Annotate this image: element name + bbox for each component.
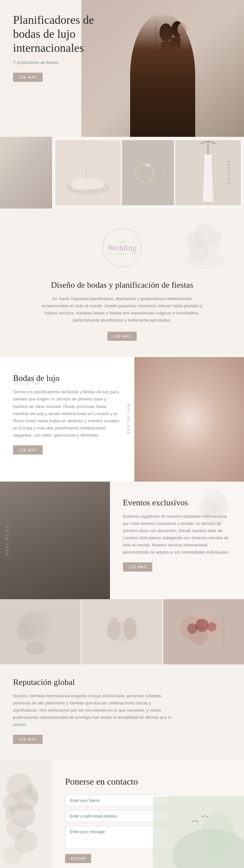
svg-rect-28 bbox=[134, 357, 244, 481]
svg-rect-5 bbox=[161, 42, 172, 81]
svg-point-56 bbox=[28, 621, 49, 642]
hero-image bbox=[81, 0, 244, 137]
svg-marker-1 bbox=[153, 16, 160, 65]
svg-point-47 bbox=[54, 537, 63, 557]
svg-point-10 bbox=[6, 163, 20, 176]
what-cta-button[interactable]: Lee más bbox=[123, 562, 152, 571]
contact-title: Ponerse en contacto bbox=[65, 776, 231, 787]
svg-point-68 bbox=[187, 623, 198, 634]
contact-section: Ponerse en contacto Enviar bbox=[0, 760, 244, 868]
svg-point-46 bbox=[45, 518, 58, 530]
contact-flowers-illustration bbox=[0, 760, 52, 868]
hero-text-block: Planificadores de bodas de lujo internac… bbox=[13, 13, 104, 82]
svg-point-27 bbox=[185, 252, 224, 269]
gallery-item-3 bbox=[163, 599, 244, 664]
our-gallery-label: OUR GALLERY bbox=[221, 615, 225, 649]
contact-message-input[interactable] bbox=[65, 826, 169, 849]
hero-couple-illustration bbox=[81, 0, 244, 137]
svg-point-38 bbox=[144, 420, 162, 438]
contact-name-input[interactable] bbox=[65, 795, 169, 806]
svg-point-37 bbox=[214, 402, 235, 423]
about-strip-section: ABOUT US bbox=[0, 137, 244, 209]
svg-rect-16 bbox=[122, 140, 174, 205]
svg-point-69 bbox=[207, 622, 216, 631]
contact-submit-button[interactable]: Enviar bbox=[65, 854, 91, 863]
what-right-content: Eventos exclusivos Estamos orgullosos de… bbox=[110, 482, 244, 599]
hero-subtitle: Y productores de fiestas bbox=[13, 60, 104, 65]
svg-rect-0 bbox=[81, 0, 244, 137]
svg-point-33 bbox=[205, 377, 225, 397]
about-rings-image bbox=[122, 140, 174, 205]
what-we-do-section: WHAT WE DO Eventos exclusivos Estamos or… bbox=[0, 482, 244, 599]
svg-point-76 bbox=[3, 845, 23, 864]
hero-title: Planificadores de bodas de lujo internac… bbox=[13, 13, 104, 55]
wedding-section-text: En Sarah Haywood planificamos, diseñamos… bbox=[41, 295, 203, 324]
svg-point-39 bbox=[160, 383, 173, 397]
svg-rect-43 bbox=[0, 482, 110, 599]
luxury-text-content: Bodas de lujo Somos los planificadores d… bbox=[13, 373, 121, 455]
contact-form: Enviar bbox=[65, 795, 169, 863]
luxury-content-left: Inc Bodas de lujo Somos los planificador… bbox=[0, 357, 134, 481]
svg-rect-6 bbox=[171, 37, 180, 80]
gallery-item-1 bbox=[0, 599, 81, 664]
gallery-cta-button[interactable]: Lee más bbox=[13, 735, 43, 744]
hero-cta-button[interactable]: Lee más bbox=[13, 73, 43, 82]
svg-point-35 bbox=[193, 410, 218, 435]
svg-point-30 bbox=[173, 371, 198, 396]
flowers-illustration-left bbox=[0, 137, 52, 209]
wedding-cta-button[interactable]: Lee más bbox=[107, 332, 137, 341]
svg-point-51 bbox=[205, 508, 224, 527]
gallery-title: Reputación global bbox=[13, 677, 231, 687]
svg-rect-44 bbox=[39, 508, 71, 573]
gallery-text: Nuestra clientela internacional exigente… bbox=[13, 692, 176, 728]
hero-section: Planificadores de bodas de lujo internac… bbox=[0, 0, 244, 137]
wedding-celebration-text: CELEBRATION bbox=[106, 252, 138, 255]
contact-email-input[interactable] bbox=[65, 810, 169, 822]
svg-point-40 bbox=[180, 378, 191, 389]
luxury-cta-button[interactable]: Lee más bbox=[13, 445, 43, 455]
about-images-group bbox=[52, 137, 244, 209]
luxury-roses-illustration bbox=[134, 357, 244, 481]
luxury-flowers-image bbox=[134, 357, 244, 481]
about-dress-image bbox=[175, 140, 241, 205]
svg-point-67 bbox=[196, 619, 209, 632]
about-us-label: ABOUT US bbox=[227, 161, 230, 185]
gallery-bouquet-1 bbox=[0, 599, 81, 664]
gallery-grid bbox=[0, 599, 244, 664]
about-shoes-image bbox=[55, 140, 121, 205]
svg-point-31 bbox=[185, 386, 212, 413]
svg-point-12 bbox=[10, 176, 42, 202]
svg-point-60 bbox=[107, 617, 120, 640]
flowers-decor-right bbox=[189, 485, 241, 537]
svg-point-19 bbox=[145, 163, 151, 166]
svg-point-7 bbox=[178, 23, 187, 36]
svg-point-32 bbox=[148, 398, 171, 421]
gallery-hands-image bbox=[82, 599, 162, 664]
luxury-text: Somos los planificadores de bodas y fies… bbox=[13, 389, 121, 439]
contact-flowers-left bbox=[0, 760, 52, 868]
svg-point-29 bbox=[151, 375, 181, 405]
about-flowers-left bbox=[0, 137, 52, 209]
svg-rect-13 bbox=[55, 140, 121, 205]
gallery-item-2 bbox=[82, 599, 162, 664]
svg-point-9 bbox=[21, 148, 37, 164]
svg-point-57 bbox=[26, 642, 45, 655]
flowers-decoration bbox=[172, 215, 238, 274]
wedding-section: THE Wedding CELEBRATION Diseño de bodas … bbox=[0, 209, 244, 357]
svg-point-11 bbox=[27, 160, 38, 172]
svg-point-8 bbox=[10, 153, 29, 173]
svg-point-3 bbox=[160, 24, 172, 42]
who-we-are-label: WHO WE ARE bbox=[127, 404, 130, 435]
luxury-section: Inc Bodas de lujo Somos los planificador… bbox=[0, 357, 244, 481]
wedding-section-title: Diseño de bodas y planificación de fiest… bbox=[13, 280, 231, 290]
contact-form-container: Ponerse en contacto Enviar bbox=[52, 760, 244, 868]
svg-rect-2 bbox=[155, 65, 158, 91]
what-flowers-decor bbox=[189, 485, 241, 542]
gallery-section: OUR GALLERY Reputación global Nuestra cl… bbox=[0, 599, 244, 760]
gallery-text-section: Reputación global Nuestra clientela inte… bbox=[0, 664, 244, 760]
svg-point-61 bbox=[124, 617, 137, 640]
svg-point-36 bbox=[178, 424, 200, 447]
svg-point-42 bbox=[171, 410, 181, 422]
svg-point-45 bbox=[50, 513, 66, 529]
gallery-bouquet-2 bbox=[163, 599, 244, 664]
